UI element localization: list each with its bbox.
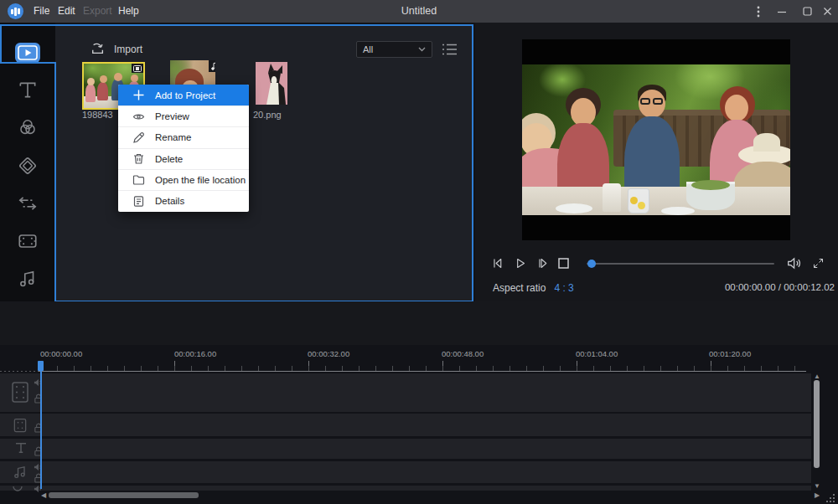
resize-grip-icon[interactable] bbox=[826, 494, 835, 503]
more-options-icon[interactable] bbox=[746, 0, 771, 23]
voiceover-track[interactable] bbox=[0, 486, 811, 491]
media-item-image[interactable] bbox=[256, 62, 287, 105]
toolbar: Export bbox=[0, 301, 838, 345]
plate bbox=[556, 203, 592, 213]
music-track-icon bbox=[12, 464, 28, 481]
music-note-icon bbox=[209, 60, 215, 72]
details-icon bbox=[132, 195, 145, 208]
sidebar-tab-elements[interactable] bbox=[0, 224, 55, 258]
eye-icon bbox=[132, 111, 145, 123]
fullscreen-icon[interactable] bbox=[812, 257, 825, 270]
pencil-icon bbox=[132, 131, 145, 144]
glasses-right bbox=[653, 98, 663, 105]
video-track-icon bbox=[10, 381, 30, 404]
plus-icon bbox=[132, 89, 145, 101]
import-icon bbox=[91, 42, 106, 56]
chevron-down-icon bbox=[418, 47, 426, 52]
media-item-label: 198843 bbox=[82, 110, 117, 120]
hat-crown bbox=[753, 133, 780, 152]
panel-border bbox=[0, 24, 2, 63]
aspect-ratio-label: Aspect ratio bbox=[493, 282, 546, 294]
menu-export: Export bbox=[78, 0, 117, 23]
pip-track-icon bbox=[12, 417, 28, 434]
preview-panel: Aspect ratio4 : 3 00:00:00.00 / 00:00:12… bbox=[475, 23, 838, 301]
seek-handle[interactable] bbox=[587, 260, 596, 268]
seek-slider[interactable] bbox=[587, 263, 774, 265]
voiceover-track-icon bbox=[12, 486, 23, 491]
trash-icon bbox=[132, 152, 145, 165]
timecode: 00:00:00.00 / 00:00:12.02 bbox=[725, 282, 835, 292]
timeline: 00:00:00.00 00:00:16.00 00:00:32.00 00:0… bbox=[0, 345, 838, 504]
panel-border bbox=[54, 301, 473, 302]
video-track[interactable] bbox=[0, 373, 811, 412]
menu-preview[interactable]: Preview bbox=[118, 105, 249, 126]
import-label: Import bbox=[114, 44, 142, 55]
ruler-label: 00:00:00.00 bbox=[40, 349, 82, 358]
panel-border bbox=[54, 62, 56, 301]
scroll-left-icon[interactable]: ◀ bbox=[41, 492, 46, 499]
media-play-icon bbox=[14, 42, 41, 64]
panel-border bbox=[0, 62, 55, 64]
sidebar-tab-transitions[interactable] bbox=[0, 187, 55, 220]
glasses-left bbox=[640, 98, 650, 105]
playhead-line bbox=[40, 371, 42, 489]
transitions-icon bbox=[17, 193, 39, 214]
aspect-ratio-row: Aspect ratio4 : 3 bbox=[493, 282, 574, 294]
overlays-icon bbox=[17, 155, 39, 177]
preview-frame bbox=[522, 39, 790, 240]
menu-help[interactable]: Help bbox=[113, 0, 144, 23]
filters-icon bbox=[17, 116, 39, 138]
menu-edit[interactable]: Edit bbox=[53, 0, 80, 23]
menu-delete[interactable]: Delete bbox=[118, 148, 249, 169]
scroll-up-icon[interactable]: ▲ bbox=[814, 373, 820, 380]
close-button[interactable] bbox=[815, 0, 838, 23]
film-icon bbox=[132, 64, 143, 73]
sidebar-tab-media[interactable] bbox=[0, 36, 55, 69]
text-track-icon bbox=[13, 440, 28, 455]
panel-border bbox=[0, 24, 473, 26]
film-frame-icon bbox=[17, 230, 39, 252]
next-frame-button[interactable] bbox=[535, 256, 550, 270]
previous-frame-button[interactable] bbox=[490, 256, 504, 270]
playhead-handle[interactable] bbox=[38, 361, 44, 371]
folder-icon bbox=[132, 173, 145, 186]
menu-add-to-project[interactable]: Add to Project bbox=[118, 85, 249, 105]
horizontal-scroll-thumb[interactable] bbox=[49, 492, 199, 498]
text-track[interactable] bbox=[0, 439, 811, 459]
app-logo-icon bbox=[8, 3, 23, 19]
vertical-scrollbar[interactable]: ▲ ▼ bbox=[813, 373, 821, 491]
plate bbox=[661, 207, 695, 215]
sidebar-tab-filters[interactable] bbox=[0, 111, 55, 144]
menu-rename[interactable]: Rename bbox=[118, 126, 249, 147]
sidebar-tab-text[interactable] bbox=[0, 73, 55, 106]
volume-icon[interactable] bbox=[787, 256, 803, 270]
vertical-scroll-thumb[interactable] bbox=[814, 380, 820, 468]
aspect-ratio-value[interactable]: 4 : 3 bbox=[554, 282, 573, 294]
preview-video bbox=[522, 64, 790, 215]
music-notes-icon bbox=[17, 268, 39, 290]
media-item-label: 20.png bbox=[253, 110, 282, 120]
ruler-label: 00:00:48.00 bbox=[442, 349, 484, 358]
title-bar: File Edit Export Help Untitled bbox=[0, 0, 838, 23]
scroll-right-icon[interactable]: ▶ bbox=[815, 492, 820, 499]
scroll-down-icon[interactable]: ▼ bbox=[814, 483, 820, 490]
import-button[interactable]: Import bbox=[91, 42, 142, 56]
list-view-icon[interactable] bbox=[442, 43, 458, 56]
sidebar-tab-overlays[interactable] bbox=[0, 149, 55, 183]
bottle bbox=[603, 183, 621, 212]
minimize-button[interactable] bbox=[769, 0, 794, 23]
menu-details[interactable]: Details bbox=[118, 190, 249, 211]
play-button[interactable] bbox=[513, 256, 527, 270]
text-icon bbox=[17, 79, 39, 100]
pip-track[interactable] bbox=[0, 414, 811, 436]
ruler-label: 00:01:20.00 bbox=[709, 349, 751, 358]
ruler-label: 00:01:04.00 bbox=[576, 349, 618, 358]
media-filter-dropdown[interactable]: All bbox=[356, 41, 432, 58]
music-track[interactable] bbox=[0, 461, 811, 483]
menu-open-file-location[interactable]: Open the file location bbox=[118, 169, 249, 190]
menu-file[interactable]: File bbox=[28, 0, 54, 23]
sidebar-tab-music[interactable] bbox=[0, 262, 55, 296]
context-menu: Add to Project Preview Rename Delete Ope… bbox=[118, 85, 249, 212]
ruler-label: 00:00:32.00 bbox=[308, 349, 349, 358]
stop-button[interactable] bbox=[558, 258, 569, 269]
